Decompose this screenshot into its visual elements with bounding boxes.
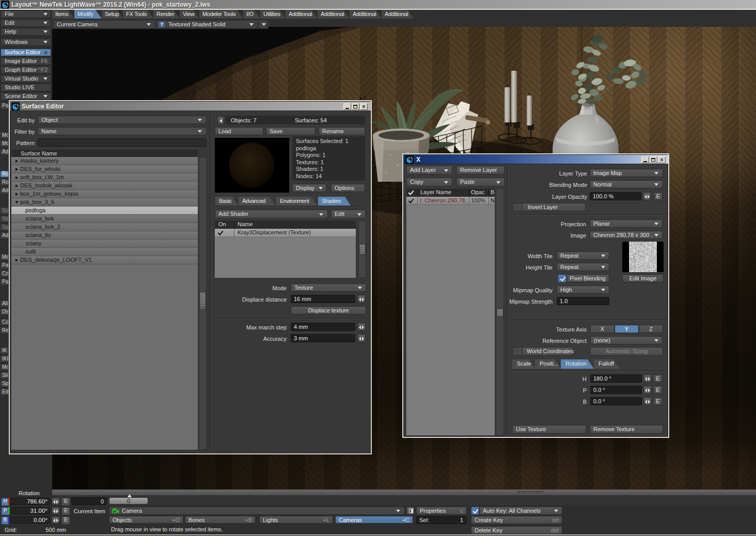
svg-text:L: L [17,103,19,106]
svg-text:L: L [411,156,413,160]
svg-text:L: L [7,2,9,5]
